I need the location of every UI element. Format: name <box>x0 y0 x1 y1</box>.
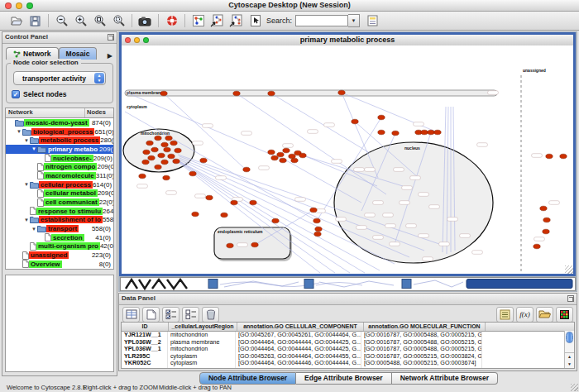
open-file-button[interactable] <box>7 12 26 30</box>
network-window-titlebar[interactable]: primary metabolic process <box>122 35 573 46</box>
attribute-table-icon[interactable] <box>122 307 140 323</box>
network-node[interactable] <box>543 229 549 234</box>
network-node[interactable] <box>314 232 321 237</box>
tab-mosaic[interactable]: Mosaic <box>59 47 98 60</box>
network-node[interactable] <box>313 218 320 223</box>
minimize-window-button[interactable] <box>16 2 22 9</box>
scrollbar-arrows[interactable]: ▲▼ <box>565 352 574 368</box>
vizmapper-button[interactable] <box>189 12 208 30</box>
column-header[interactable]: annotation.GO CELLULAR_COMPONENT <box>237 323 364 331</box>
expand-arrow-icon[interactable]: ▼ <box>31 227 37 232</box>
import-attributes-folder-icon[interactable] <box>536 307 553 323</box>
network-node[interactable] <box>143 150 150 155</box>
search-input[interactable] <box>295 15 348 26</box>
network-node[interactable] <box>151 147 158 152</box>
network-node[interactable] <box>158 153 165 158</box>
help-lifebuoy-button[interactable] <box>162 12 181 30</box>
network-node[interactable] <box>291 158 298 163</box>
network-node[interactable] <box>231 200 237 205</box>
matrix-heatmap-icon[interactable] <box>556 307 573 323</box>
tree-item[interactable]: cell communicat22(0) <box>6 198 113 207</box>
tree-item[interactable]: Overview8(0) <box>6 260 113 269</box>
zoom-network-window-button[interactable] <box>143 37 149 43</box>
birdseye-view-panel[interactable] <box>5 275 114 372</box>
network-node[interactable] <box>392 131 399 136</box>
network-node[interactable] <box>192 212 199 217</box>
tree-item[interactable]: nitrogen compo209(0) <box>6 162 113 171</box>
network-node[interactable] <box>189 171 196 176</box>
network-node[interactable] <box>271 155 278 160</box>
annotation-button[interactable] <box>246 12 265 30</box>
network-node[interactable] <box>168 154 175 159</box>
network-node[interactable] <box>155 136 161 141</box>
tree-item[interactable]: ▼primary metabo209(... <box>6 145 113 154</box>
zoom-fit-button[interactable] <box>90 12 109 30</box>
network-node[interactable] <box>233 91 240 96</box>
network-node[interactable] <box>173 159 179 164</box>
tree-item[interactable]: ▼metabolic process280(0) <box>6 136 113 145</box>
network-node[interactable] <box>543 218 550 222</box>
network-node[interactable] <box>139 174 146 179</box>
snapshot-camera-button[interactable] <box>136 12 155 30</box>
unselect-attributes-icon[interactable] <box>182 307 199 323</box>
expand-arrow-icon[interactable]: ▼ <box>23 218 30 222</box>
expand-arrow-icon[interactable]: ▼ <box>16 129 22 134</box>
network-view-window[interactable]: primary metabolic process plasma membran… <box>119 32 576 276</box>
network-node[interactable] <box>421 130 428 135</box>
network-node[interactable] <box>560 154 567 159</box>
expand-arrow-icon[interactable]: ▼ <box>23 138 30 143</box>
network-node[interactable] <box>170 141 177 146</box>
network-node[interactable] <box>161 142 168 147</box>
network-node[interactable] <box>227 243 233 248</box>
background-windows-strip[interactable] <box>120 277 576 291</box>
network-node[interactable] <box>280 158 286 163</box>
network-node[interactable] <box>338 90 345 95</box>
attribute-table-header[interactable]: ID_cellularLayoutRegionannotation.GO CEL… <box>122 323 574 332</box>
network-node[interactable] <box>540 206 547 211</box>
network-graph[interactable]: plasma membranecytoplasmmitochondrionnuc… <box>122 45 573 274</box>
minimize-network-window-button[interactable] <box>134 37 140 43</box>
tree-header[interactable]: Network Nodes <box>5 108 114 117</box>
network-node[interactable] <box>283 148 290 153</box>
scroll-down-icon[interactable]: ▼ <box>567 361 572 368</box>
expand-arrow-icon[interactable]: ▼ <box>23 182 30 187</box>
network-node[interactable] <box>200 158 207 163</box>
network-node[interactable] <box>250 200 256 205</box>
zoom-out-button[interactable] <box>52 12 71 30</box>
network-canvas[interactable]: plasma membranecytoplasmmitochondrionnuc… <box>122 45 573 274</box>
table-row[interactable]: YPL036W__1mitochondrion[GO:0044464, GO:0… <box>122 346 574 353</box>
node-color-select[interactable]: transporter activity ▲▼ <box>13 71 106 85</box>
network-node[interactable] <box>164 147 170 152</box>
tree-item[interactable]: ▼cellular process614(0) <box>6 180 113 189</box>
network-node[interactable] <box>534 244 540 249</box>
network-node[interactable] <box>272 218 279 223</box>
tree-item[interactable]: macromolecule311(0) <box>6 171 113 180</box>
select-attributes-icon[interactable] <box>162 307 179 323</box>
network-node[interactable] <box>546 154 553 159</box>
table-row[interactable]: YJR121W__1mitochondrion[GO:0045267, GO:0… <box>122 332 574 339</box>
tree-item[interactable]: ▼transport558(0) <box>6 224 113 233</box>
network-node[interactable] <box>315 227 322 232</box>
select-nodes-checkbox[interactable]: ✓ <box>12 90 20 98</box>
network-window-resize-grip[interactable] <box>565 265 573 274</box>
network-node[interactable] <box>160 91 167 96</box>
network-node[interactable] <box>148 155 155 160</box>
tree-item[interactable]: ▼biological_process651(0) <box>6 127 113 136</box>
network-node[interactable] <box>146 141 153 146</box>
scroll-up-icon[interactable]: ▲ <box>567 353 572 361</box>
tree-item[interactable]: unassigned223(0) <box>6 251 113 260</box>
zoom-in-button[interactable] <box>71 12 90 30</box>
column-header[interactable]: annotation.GO MOLECULAR_FUNCTION <box>364 323 486 331</box>
table-row[interactable]: YDR039C__1mitochondrion[GO:0044464, GO:0… <box>122 367 574 369</box>
network-node[interactable] <box>434 130 441 135</box>
zoom-window-button[interactable] <box>26 2 33 9</box>
network-node[interactable] <box>277 152 284 157</box>
attribute-browser-button[interactable] <box>363 12 382 30</box>
tree-header-network[interactable]: Network <box>6 108 85 117</box>
search-dropdown-button[interactable]: ▼ <box>348 14 360 27</box>
float-panel-icon[interactable] <box>108 34 114 41</box>
scrollbar-thumb[interactable] <box>566 332 573 343</box>
network-node[interactable] <box>378 115 385 120</box>
function-builder-icon[interactable]: f(x) <box>516 307 534 323</box>
tree-item[interactable]: cellular metabol209(0) <box>6 189 113 198</box>
